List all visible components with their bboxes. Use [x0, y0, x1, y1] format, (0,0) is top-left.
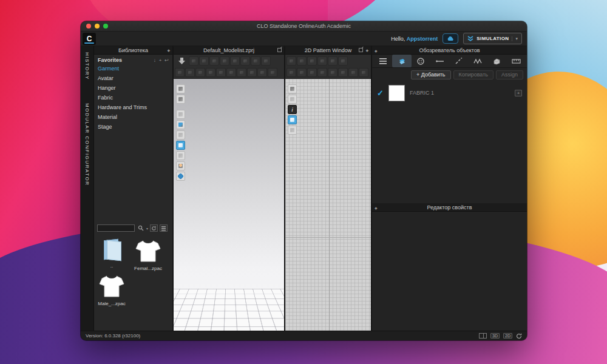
viewport-2d-header[interactable]: 2D Pattern Window ◆ — [285, 46, 371, 55]
pin-fabric-tool-icon[interactable] — [176, 84, 185, 93]
toolbar-cell-icon[interactable] — [257, 68, 267, 77]
toolbar-cell-icon[interactable] — [261, 56, 271, 66]
toolbar-cell-icon[interactable] — [359, 68, 368, 77]
tab-history[interactable]: HISTORY — [84, 52, 90, 80]
toggle-2d-button[interactable]: 2D — [503, 333, 512, 339]
show-pattern-2d-tool-icon[interactable] — [288, 115, 297, 124]
toolbar-cell-icon[interactable] — [216, 68, 226, 77]
toolbar-cell-icon[interactable] — [189, 56, 198, 66]
tab-buttonhole[interactable] — [430, 55, 449, 67]
collapse-handle-icon[interactable]: ◆ — [167, 48, 170, 52]
toolbar-cell-icon[interactable] — [328, 56, 337, 66]
toolbar-cell-icon[interactable] — [287, 56, 296, 66]
toolbar-cell-icon[interactable] — [185, 68, 195, 77]
toolbar-cell-icon[interactable] — [317, 68, 327, 77]
toolbar-cell-icon[interactable] — [195, 68, 205, 77]
show-garment-tool-icon[interactable] — [176, 110, 185, 119]
toolbar-cell-icon[interactable] — [206, 68, 215, 77]
assign-fabric-button[interactable]: Assign — [496, 70, 523, 79]
property-editor-header[interactable]: ◆ Редактор свойств — [372, 203, 527, 212]
toolbar-cell-icon[interactable] — [251, 56, 260, 66]
search-filter-caret-icon[interactable]: ▾ — [146, 226, 148, 231]
add-fabric-button[interactable]: + Добавить — [411, 70, 451, 79]
simulation-dropdown-caret[interactable]: ▾ — [512, 36, 518, 41]
tab-puckering[interactable] — [469, 55, 487, 67]
avatar-display-tool-icon[interactable] — [176, 161, 185, 170]
clo-logo[interactable]: C — [83, 33, 96, 45]
pin-tool-icon[interactable] — [176, 130, 185, 140]
toolbar-cell-icon[interactable] — [328, 68, 337, 77]
refresh-icon[interactable] — [150, 224, 158, 232]
toolbar-cell-icon[interactable] — [307, 68, 317, 77]
toolbar-cell-icon[interactable] — [268, 68, 277, 77]
toolbar-cell-icon[interactable] — [220, 56, 229, 66]
library-panel-header[interactable]: Библиотека ◆ — [94, 46, 172, 55]
file-item-parent-folder[interactable]: .. — [97, 238, 127, 271]
toolbar-cell-icon[interactable] — [209, 56, 219, 66]
toolbar-cell-icon[interactable] — [226, 68, 236, 77]
library-item-material[interactable]: Material — [94, 112, 172, 122]
library-item-hanger[interactable]: Hanger — [94, 83, 172, 93]
search-input[interactable] — [97, 224, 135, 232]
toolbar-cell-icon[interactable] — [175, 68, 185, 77]
tab-trim[interactable] — [487, 55, 506, 67]
object-browser-header[interactable]: ◆ Обозреватель объектов — [372, 46, 527, 55]
show-pattern-tool-icon[interactable] — [176, 141, 185, 150]
collapse-handle-icon[interactable]: ◆ — [365, 48, 368, 52]
show-baseline-tool-icon[interactable] — [288, 126, 297, 135]
fabric-list-item[interactable]: ✓ FABRIC 1 + — [372, 81, 527, 104]
library-item-garment[interactable]: Garment — [94, 64, 172, 73]
back-icon[interactable]: ↩ — [164, 58, 169, 63]
add-icon[interactable]: + — [159, 58, 162, 63]
toolbar-cell-icon[interactable] — [247, 68, 257, 77]
split-view-icon[interactable] — [479, 333, 487, 339]
file-item-female-avatar[interactable]: Femal...zpac — [133, 238, 163, 271]
fabric-swatch[interactable] — [388, 85, 405, 101]
library-item-hardware-and-trims[interactable]: Hardware and Trims — [94, 103, 172, 112]
fold-arrangement-tool-icon[interactable] — [176, 151, 185, 160]
toolbar-cell-icon[interactable] — [338, 68, 348, 77]
username[interactable]: Appstorrent — [407, 36, 438, 42]
edit-pattern-tool-icon[interactable] — [288, 84, 297, 93]
copy-fabric-button[interactable]: Копировать — [453, 70, 493, 79]
fabric-options-icon[interactable]: + — [515, 90, 522, 96]
tab-scene-list[interactable] — [373, 55, 392, 67]
download-icon[interactable]: ↓ — [154, 58, 156, 63]
cloud-button[interactable] — [443, 33, 458, 44]
sync-icon[interactable] — [516, 331, 522, 341]
toolbar-cell-icon[interactable] — [348, 68, 358, 77]
search-icon[interactable] — [137, 224, 144, 232]
garment-fit-tool-icon[interactable] — [176, 95, 185, 104]
file-item-male-avatar[interactable]: Male_...zpac — [97, 274, 127, 306]
toolbar-cell-icon[interactable] — [338, 56, 348, 66]
sewing-tool-icon[interactable] — [176, 120, 185, 129]
simulation-button[interactable]: SIMULATION ▾ — [463, 33, 522, 44]
open-in-new-window-icon[interactable] — [359, 48, 363, 52]
toolbar-cell-icon[interactable] — [199, 56, 209, 66]
toolbar-cell-icon[interactable] — [240, 56, 250, 66]
tab-measure[interactable] — [507, 55, 526, 67]
toolbar-cell-icon[interactable] — [297, 68, 307, 77]
fabric-selected-check-icon[interactable]: ✓ — [377, 89, 384, 98]
pattern-info-tool-icon[interactable] — [288, 105, 297, 114]
tab-button[interactable] — [412, 55, 430, 67]
toolbar-cell-icon[interactable] — [307, 56, 317, 66]
show-garment-2d-tool-icon[interactable] — [288, 95, 297, 104]
viewport-2d-canvas[interactable] — [285, 79, 371, 331]
library-item-favorites[interactable]: Favorites — [98, 57, 122, 63]
library-item-stage[interactable]: Stage — [94, 122, 172, 132]
toggle-3d-button[interactable]: 3D — [490, 333, 500, 339]
toolbar-cell-icon[interactable] — [230, 56, 240, 66]
tab-modular-configurator[interactable]: MODULAR CONFIGURATOR — [84, 103, 90, 186]
select-move-tool-button[interactable] — [175, 56, 188, 66]
tab-topstitch[interactable] — [450, 55, 469, 67]
viewport-3d-canvas[interactable] — [174, 79, 284, 331]
collapse-handle-icon[interactable]: ◆ — [375, 49, 378, 53]
tab-fabric[interactable] — [392, 55, 411, 67]
toolbar-cell-icon[interactable] — [297, 56, 307, 66]
library-item-avatar[interactable]: Avatar — [94, 73, 172, 83]
viewport-3d-header[interactable]: Default_Modelist.zprj — [174, 46, 284, 55]
environment-tool-icon[interactable] — [176, 172, 185, 181]
library-item-fabric[interactable]: Fabric — [94, 93, 172, 103]
toolbar-cell-icon[interactable] — [237, 68, 246, 77]
